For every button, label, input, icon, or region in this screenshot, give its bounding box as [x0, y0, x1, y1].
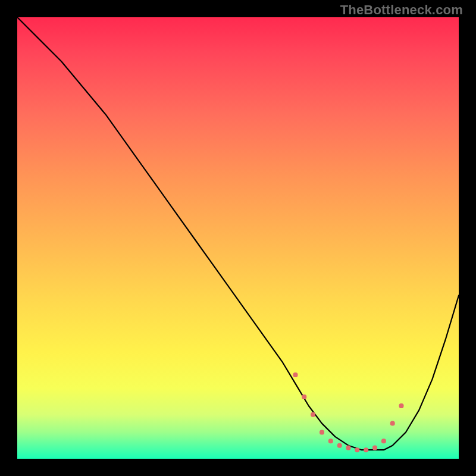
watermark: TheBottleneck.com — [340, 2, 463, 18]
svg-rect-6 — [346, 446, 351, 450]
svg-rect-4 — [328, 439, 333, 443]
svg-rect-5 — [337, 443, 342, 448]
chart-area — [17, 17, 459, 459]
svg-rect-2 — [311, 412, 315, 417]
svg-rect-11 — [390, 421, 395, 426]
svg-rect-12 — [399, 403, 404, 408]
svg-rect-10 — [381, 439, 386, 443]
optimal-range-markers — [17, 17, 459, 459]
svg-rect-8 — [364, 447, 368, 452]
svg-rect-9 — [372, 446, 377, 450]
svg-rect-0 — [293, 372, 298, 377]
bottleneck-curve — [17, 17, 459, 459]
svg-rect-1 — [302, 394, 306, 399]
svg-rect-7 — [355, 447, 359, 452]
svg-rect-3 — [320, 430, 324, 435]
